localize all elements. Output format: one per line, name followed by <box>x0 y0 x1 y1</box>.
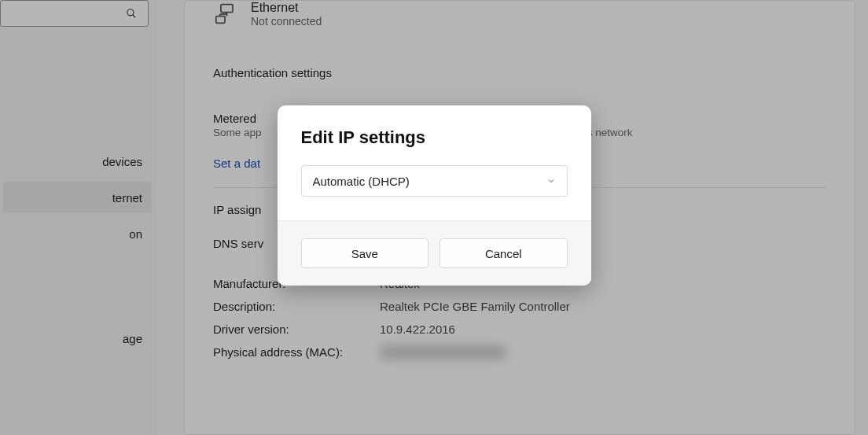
edit-ip-settings-dialog: Edit IP settings Automatic (DHCP) Save C… <box>278 105 591 286</box>
dialog-title: Edit IP settings <box>301 127 568 148</box>
dialog-footer: Save Cancel <box>278 220 591 286</box>
modal-backdrop: Edit IP settings Automatic (DHCP) Save C… <box>0 0 868 435</box>
save-button[interactable]: Save <box>301 238 429 268</box>
dialog-body: Edit IP settings Automatic (DHCP) <box>278 105 591 220</box>
ip-settings-dropdown[interactable]: Automatic (DHCP) <box>301 165 568 197</box>
cancel-button[interactable]: Cancel <box>440 238 568 268</box>
dropdown-value: Automatic (DHCP) <box>313 175 410 188</box>
chevron-down-icon <box>546 176 556 186</box>
